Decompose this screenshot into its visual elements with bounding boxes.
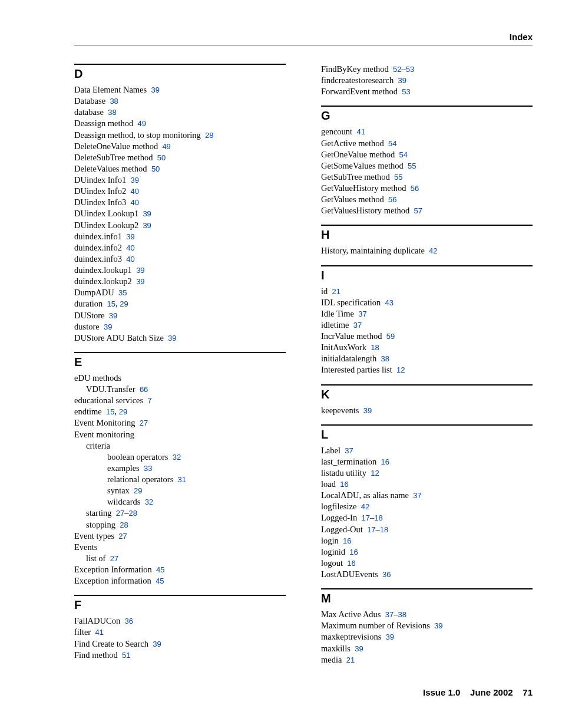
page-ref[interactable]: 16 (381, 457, 389, 466)
page-ref[interactable]: 16 (349, 548, 358, 556)
page-ref[interactable]: 39 (153, 640, 161, 648)
page-ref[interactable]: 45 (156, 577, 164, 585)
page-ref[interactable]: 49 (162, 142, 170, 151)
page-ref[interactable]: 36 (382, 570, 391, 579)
page-ref[interactable]: 45 (156, 565, 164, 574)
page-ref[interactable]: 32 (173, 453, 181, 462)
page-ref[interactable]: 36 (124, 617, 133, 625)
page-ref[interactable]: 15 (107, 299, 115, 308)
page-ref[interactable]: 33 (144, 464, 152, 473)
page-ref[interactable]: 39 (434, 621, 442, 630)
page-ref[interactable]: 29 (134, 486, 142, 495)
page-ref[interactable]: 12 (371, 469, 379, 477)
page-ref[interactable]: 15 (106, 407, 114, 416)
page-ref[interactable]: 39 (168, 334, 176, 342)
page-ref[interactable]: 39 (143, 221, 151, 230)
page-ref[interactable]: 12 (396, 365, 405, 374)
index-entry: DUStore ADU Batch Size 39 (74, 332, 286, 344)
index-entry-text: Exception Information (74, 565, 152, 574)
page-ref[interactable]: 31 (178, 475, 186, 484)
page-ref[interactable]: 50 (157, 153, 166, 162)
page-ref[interactable]: 40 (126, 255, 134, 263)
page-ref[interactable]: 35 (118, 288, 127, 297)
page-ref[interactable]: 51 (122, 651, 130, 660)
page-ref[interactable]: 29 (120, 299, 128, 308)
page-ref[interactable]: 18 (380, 525, 388, 534)
page-ref[interactable]: 37 (358, 309, 366, 318)
index-entry: Deassign method, to stop monitoring 28 (74, 130, 286, 141)
page-ref[interactable]: 18 (371, 343, 379, 352)
page-ref[interactable]: 39 (104, 322, 112, 331)
page-ref[interactable]: 28 (120, 521, 128, 529)
page-ref[interactable]: 28 (128, 509, 137, 518)
page-ref[interactable]: 54 (388, 139, 396, 148)
page-ref[interactable]: 37 (413, 491, 421, 500)
page-ref[interactable]: 66 (140, 385, 148, 394)
page-ref[interactable]: 39 (126, 232, 134, 241)
page-ref[interactable]: 55 (408, 162, 416, 170)
page-ref[interactable]: 55 (394, 173, 402, 182)
page-ref[interactable]: 27 (140, 419, 148, 427)
page-ref[interactable]: 38 (381, 354, 389, 363)
page-ref[interactable]: 40 (126, 243, 134, 252)
page-ref[interactable]: 42 (429, 246, 437, 255)
page-ref[interactable]: 54 (399, 150, 407, 159)
page-ref[interactable]: 28 (205, 131, 213, 140)
page-ref[interactable]: 16 (340, 480, 348, 489)
page-ref[interactable]: 17 (367, 525, 375, 534)
page-ref[interactable]: 43 (385, 298, 394, 307)
page-ref[interactable]: 49 (138, 119, 146, 128)
page-ref[interactable]: 39 (398, 76, 406, 85)
page-ref[interactable]: 39 (143, 209, 151, 218)
index-entry-text: listadu utility (321, 468, 366, 477)
page-ref[interactable]: 53 (402, 87, 410, 96)
index-column-left: DData Element Names 39Database 38databas… (74, 64, 286, 666)
index-entry: FindByKey method 52–53 (321, 64, 533, 75)
page-ref[interactable]: 17 (361, 513, 369, 522)
page-ref[interactable]: 27 (116, 509, 124, 518)
page-ref[interactable]: 39 (363, 406, 372, 415)
index-entry: Idle Time 37 (321, 308, 533, 319)
index-section-heading: H (321, 225, 533, 242)
page-ref[interactable]: 7 (147, 396, 151, 405)
page-ref[interactable]: 21 (332, 287, 340, 296)
page-ref[interactable]: 27 (110, 554, 118, 563)
page-ref[interactable]: 37 (385, 610, 394, 619)
page-ref[interactable]: 39 (386, 633, 394, 641)
page-ref[interactable]: 41 (95, 628, 103, 637)
page-ref[interactable]: 42 (361, 502, 369, 511)
page-ref[interactable]: 40 (130, 198, 138, 207)
page-ref[interactable]: 56 (411, 184, 419, 193)
page-ref[interactable]: 18 (374, 513, 382, 522)
page-ref[interactable]: 27 (118, 532, 127, 541)
index-entry-text: login (321, 536, 339, 545)
page-ref[interactable]: 53 (406, 65, 414, 74)
page-ref[interactable]: 21 (346, 655, 355, 664)
page-ref[interactable]: 39 (109, 311, 117, 320)
page-ref[interactable]: 39 (136, 266, 144, 275)
page-ref[interactable]: 52 (393, 65, 401, 74)
index-entry-text: gencount (321, 127, 352, 136)
page-ref[interactable]: 38 (110, 97, 118, 106)
page-ref[interactable]: 40 (130, 187, 138, 196)
index-section-heading: D (74, 64, 286, 81)
page-ref[interactable]: 32 (145, 498, 153, 506)
page-ref[interactable]: 29 (119, 407, 127, 416)
index-entry: keepevents 39 (321, 405, 533, 416)
page-ref[interactable]: 57 (414, 206, 422, 215)
page-ref[interactable]: 39 (355, 644, 363, 653)
page-ref[interactable]: 39 (151, 85, 159, 94)
index-entry-text: duindex.info2 (74, 243, 122, 252)
page-ref[interactable]: 56 (388, 195, 396, 204)
page-ref[interactable]: 38 (108, 108, 116, 117)
page-ref[interactable]: 59 (386, 332, 395, 341)
page-ref[interactable]: 38 (398, 610, 406, 619)
page-ref[interactable]: 16 (347, 559, 355, 568)
page-ref[interactable]: 37 (353, 321, 362, 330)
page-ref[interactable]: 37 (345, 446, 353, 455)
page-ref[interactable]: 39 (136, 277, 144, 286)
page-ref[interactable]: 39 (130, 176, 138, 185)
page-ref[interactable]: 16 (343, 536, 351, 545)
page-ref[interactable]: 50 (151, 164, 160, 173)
page-ref[interactable]: 41 (356, 127, 365, 136)
